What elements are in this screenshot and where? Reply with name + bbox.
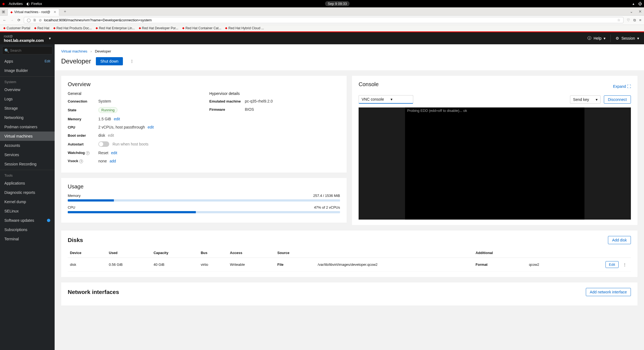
expand-console-link[interactable]: Expand ⛶	[613, 84, 631, 89]
disk-row: disk 0.56 GiB 40 GiB virtio Writeable Fi…	[68, 258, 631, 272]
sidebar-item-software-updates[interactable]: Software updates	[0, 216, 55, 225]
edit-disk-button[interactable]: Edit	[605, 261, 619, 268]
sidebar-item-logs[interactable]: Logs	[0, 94, 55, 104]
sidebar-item-kernel-dump[interactable]: Kernel dump	[0, 197, 55, 206]
breadcrumb-root[interactable]: Virtual machines	[61, 49, 87, 53]
conn-value: System	[98, 99, 111, 103]
browser-tab[interactable]: ◆ Virtual machines - root@ ✕	[7, 8, 59, 16]
firefox-window-icon[interactable]: ▣	[2, 9, 5, 14]
clock[interactable]: Sep 9 09:33	[325, 1, 350, 6]
bookmark-item[interactable]: ◆Red Hat Hybrid Cloud ...	[225, 26, 264, 30]
window-close-icon[interactable]: ✕	[639, 9, 642, 14]
menu-icon[interactable]: ≡	[639, 18, 641, 22]
tab-overflow-icon[interactable]: ⌄	[630, 9, 633, 14]
sidebar-group-system: System	[0, 78, 55, 85]
firefox-toolbar: ← → ⟳ ◯ 🗎 ⊘ ☆ ♡ ⧉ ≡	[0, 16, 644, 25]
hypervisor-subhead: Hypervisor details	[209, 91, 340, 96]
disconnect-button[interactable]: Disconnect	[604, 95, 631, 104]
back-button[interactable]: ←	[3, 18, 6, 22]
new-tab-button[interactable]: ＋	[61, 9, 69, 14]
reload-button[interactable]: ⟳	[17, 18, 20, 22]
mem-edit-link[interactable]: edit	[114, 117, 120, 121]
sidebar-item-virtual-machines[interactable]: Virtual machines	[0, 132, 55, 141]
sidebar-item-terminal[interactable]: Terminal	[0, 234, 55, 244]
watchdog-value: Reset	[98, 151, 108, 155]
sidebar-item-networking[interactable]: Networking	[0, 113, 55, 122]
disk-source-label: File	[277, 262, 283, 267]
session-menu[interactable]: ⚙Session▾	[611, 32, 644, 44]
bookmark-item[interactable]: ◆Red Hat Developer Por...	[139, 26, 178, 30]
overview-heading: Overview	[68, 81, 340, 88]
shield-icon[interactable]: ◯	[27, 18, 31, 22]
sidebar-item-selinux[interactable]: SELinux	[0, 206, 55, 216]
vsock-add-link[interactable]: add	[110, 159, 116, 163]
bookmark-item[interactable]: ◆Red Hat	[34, 26, 49, 30]
search-input[interactable]	[2, 46, 52, 54]
sidebar-item-podman[interactable]: Podman containers	[0, 122, 55, 132]
sidebar-item-accounts[interactable]: Accounts	[0, 141, 55, 150]
console-output: Probing EDD (edd=off to disable)... ok	[405, 107, 584, 220]
vm-actions-menu[interactable]: ⋮	[128, 58, 136, 65]
apps-edit-link[interactable]: Edit	[45, 59, 50, 63]
vnc-viewer[interactable]: Probing EDD (edd=off to disable)... ok	[359, 107, 631, 220]
boot-edit-link[interactable]: edit	[108, 133, 114, 138]
sidebar-item-services[interactable]: Services	[0, 150, 55, 159]
sidebar-item-session-recording[interactable]: Session Recording	[0, 159, 55, 169]
page-header: Virtual machines › Developer Developer S…	[55, 44, 644, 70]
watchdog-edit-link[interactable]: edit	[111, 151, 117, 155]
mem-label: Memory	[68, 117, 98, 121]
firefox-indicator[interactable]: ◐Firefox	[26, 2, 42, 6]
tab-close-icon[interactable]: ✕	[54, 10, 56, 14]
disk-actions-menu[interactable]: ⋮	[621, 261, 629, 268]
disk-source-value: /var/lib/libvirt/images/developer.qcow2	[315, 258, 473, 272]
disk-access: Writeable	[228, 258, 275, 272]
cpu-value: 2 vCPUs, host passthrough	[98, 125, 145, 129]
col-bus: Bus	[199, 248, 228, 258]
sidebar-item-diagnostic[interactable]: Diagnostic reports	[0, 188, 55, 197]
help-icon[interactable]: ?	[86, 151, 90, 155]
help-icon[interactable]: ?	[79, 159, 83, 163]
rh-icon: ◆	[2, 2, 5, 6]
activities-button[interactable]: Activities	[9, 2, 23, 6]
search-icon: 🔍	[4, 48, 9, 53]
col-additional: Additional	[473, 248, 527, 258]
bookmark-item[interactable]: ◆Customer Portal	[3, 26, 30, 30]
console-card: Console Expand ⛶ VNC console▾ Send key▾ …	[352, 76, 637, 225]
pocket-icon[interactable]: ♡	[627, 18, 630, 22]
network-icon[interactable]: ▴	[633, 2, 634, 6]
site-info-icon[interactable]: 🗎	[33, 18, 37, 22]
watchdog-label: Watchdog?	[68, 151, 98, 155]
chevron-down-icon: ▾	[391, 97, 392, 101]
send-key-select[interactable]: Send key▾	[570, 95, 600, 104]
sidebar-item-subscriptions[interactable]: Subscriptions	[0, 225, 55, 234]
shutdown-button[interactable]: Shut down	[96, 57, 123, 65]
boot-label: Boot order	[68, 133, 98, 138]
add-disk-button[interactable]: Add disk	[608, 236, 631, 244]
help-menu[interactable]: ⓘHelp▾	[583, 32, 610, 44]
sidebar-item-apps[interactable]: AppsEdit	[0, 57, 55, 66]
sidebar-item-storage[interactable]: Storage	[0, 104, 55, 113]
emu-value: pc-q35-rhel9.2.0	[245, 99, 273, 103]
sidebar-item-overview[interactable]: Overview	[0, 85, 55, 94]
cpu-progress	[68, 211, 340, 213]
power-icon[interactable]: ⏻	[638, 2, 642, 6]
add-network-button[interactable]: Add network interface	[586, 288, 631, 296]
bookmark-item[interactable]: ◆Red Hat Container Cat...	[182, 26, 221, 30]
autostart-toggle[interactable]	[98, 141, 109, 147]
bookmark-item[interactable]: ◆Red Hat Enterprise Lin...	[96, 26, 135, 30]
cpu-edit-link[interactable]: edit	[147, 125, 154, 129]
host-switcher[interactable]: root@host.lab.example.com ▾	[0, 32, 55, 45]
disks-heading: Disks	[68, 237, 83, 243]
address-bar[interactable]: ◯ 🗎 ⊘ ☆	[24, 17, 624, 23]
fw-label: Firmware	[209, 107, 245, 112]
sidebar-item-applications[interactable]: Applications	[0, 179, 55, 188]
console-type-select[interactable]: VNC console▾	[359, 95, 413, 104]
bookmark-star-icon[interactable]: ☆	[617, 18, 621, 22]
sidebar-item-image-builder[interactable]: Image Builder	[0, 66, 55, 75]
bookmark-item[interactable]: ◆Red Hat Products Doc...	[53, 26, 92, 30]
vsock-value: none	[98, 159, 107, 163]
header-user: root@	[4, 34, 13, 38]
usage-cpu-label: CPU	[68, 205, 75, 209]
url-input[interactable]	[44, 18, 615, 22]
extensions-icon[interactable]: ⧉	[633, 18, 636, 22]
